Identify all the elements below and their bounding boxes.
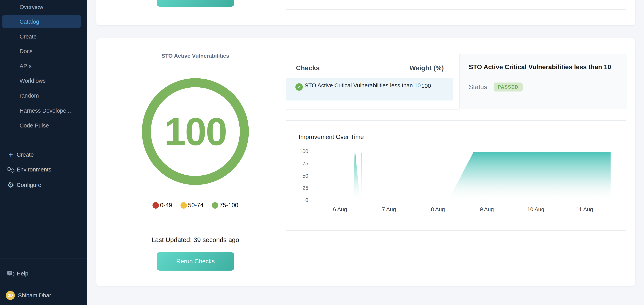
checks-panel: Checks Weight (%) ✓ STO Active Critical … — [286, 53, 459, 110]
plus-icon: + — [6, 150, 15, 159]
scorecard-card: STO Active Vulnerabilities 100 0-49 50-7… — [96, 38, 635, 286]
sidebar-item-catalog[interactable]: Catalog — [2, 15, 81, 28]
legend-label-low: 0-49 — [160, 202, 172, 209]
checks-column-header: Checks — [296, 64, 320, 72]
legend-label-high: 75-100 — [220, 202, 238, 209]
check-weight-value: 100 — [421, 82, 431, 89]
score-legend: 0-49 50-74 75-100 — [117, 202, 274, 209]
status-badge: PASSED — [494, 82, 523, 91]
check-detail-panel: STO Active Critical Vulnerabilities less… — [460, 54, 627, 109]
create-action-label: Create — [17, 150, 34, 159]
legend-dot-yellow — [180, 202, 187, 209]
environments-action-label: Environments — [17, 165, 51, 174]
status-row: Status: PASSED — [469, 82, 523, 91]
scorecard-title: STO Active Vulnerabilities — [117, 53, 274, 59]
sidebar-item-docs[interactable]: Docs — [0, 47, 87, 55]
check-detail-title: STO Active Critical Vulnerabilities less… — [469, 63, 611, 71]
sidebar-item-create[interactable]: Create — [0, 32, 87, 41]
gear-icon: ⚙ — [6, 180, 15, 189]
score-gauge: 100 — [142, 78, 249, 185]
improvement-area-chart — [286, 121, 626, 230]
sidebar-action-environments[interactable]: Environments — [0, 165, 87, 174]
previous-checks-panel — [286, 0, 626, 10]
check-passed-icon: ✓ — [296, 83, 303, 91]
legend-label-mid: 50-74 — [188, 202, 204, 209]
legend-item-low: 0-49 — [152, 202, 172, 209]
last-updated-text: Last Updated: 39 seconds ago — [117, 236, 274, 244]
sidebar-item-harness-developer[interactable]: Harness Develope... — [0, 106, 87, 115]
sidebar-divider — [0, 258, 87, 259]
user-name[interactable]: Shibam Dhar — [18, 291, 51, 300]
legend-item-high: 75-100 — [212, 202, 238, 209]
svg-text:?: ? — [9, 271, 11, 275]
screen: Overview Catalog Create Docs APIs Workfl… — [0, 0, 644, 305]
configure-action-label: Configure — [17, 180, 41, 189]
environments-icon — [6, 165, 15, 174]
previous-rerun-checks-button[interactable] — [156, 0, 234, 7]
status-label: Status: — [469, 83, 489, 91]
legend-item-mid: 50-74 — [180, 202, 204, 209]
score-value: 100 — [164, 109, 226, 154]
legend-dot-red — [152, 202, 159, 209]
improvement-chart-panel: Improvement Over Time 100 75 50 25 0 6 A… — [286, 120, 626, 231]
check-name: STO Active Critical Vulnerabilities less… — [304, 82, 425, 89]
user-avatar[interactable]: SD — [6, 291, 15, 300]
sidebar-action-configure[interactable]: ⚙ Configure — [0, 180, 87, 189]
sidebar-item-apis[interactable]: APIs — [0, 62, 87, 70]
legend-dot-green — [212, 202, 218, 209]
weight-column-header: Weight (%) — [410, 64, 444, 72]
sidebar-item-random[interactable]: random — [0, 91, 87, 100]
sidebar-item-workflows[interactable]: Workflows — [0, 76, 87, 85]
sidebar-item-overview[interactable]: Overview — [0, 3, 87, 11]
help-label: Help — [17, 269, 28, 278]
check-table-row[interactable]: ✓ STO Active Critical Vulnerabilities le… — [286, 78, 453, 100]
sidebar-action-create[interactable]: + Create — [0, 150, 87, 159]
sidebar: Overview Catalog Create Docs APIs Workfl… — [0, 0, 87, 305]
sidebar-item-code-pulse[interactable]: Code Pulse — [0, 121, 87, 130]
sidebar-help[interactable]: ? Help — [0, 269, 87, 278]
rerun-checks-button[interactable]: Rerun Checks — [156, 252, 234, 271]
help-icon: ? — [6, 269, 15, 278]
